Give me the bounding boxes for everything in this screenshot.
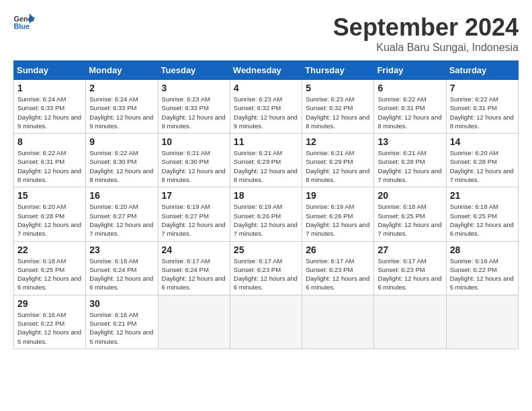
day-info: Sunrise: 6:24 AMSunset: 6:33 PMDaylight:… [17, 95, 82, 130]
calendar-cell: 22Sunrise: 6:18 AMSunset: 6:25 PMDayligh… [14, 241, 86, 295]
day-info: Sunrise: 6:19 AMSunset: 6:26 PMDaylight:… [306, 202, 370, 238]
day-info: Sunrise: 6:18 AMSunset: 6:25 PMDaylight:… [450, 202, 515, 238]
calendar-cell: 14Sunrise: 6:20 AMSunset: 6:28 PMDayligh… [446, 134, 518, 187]
calendar-cell: 21Sunrise: 6:18 AMSunset: 6:25 PMDayligh… [446, 187, 518, 241]
day-info: Sunrise: 6:20 AMSunset: 6:27 PMDaylight:… [89, 202, 154, 238]
calendar-cell: 24Sunrise: 6:17 AMSunset: 6:24 PMDayligh… [158, 241, 230, 295]
calendar-cell [158, 295, 230, 349]
location-title: Kuala Baru Sungai, Indonesia [333, 42, 519, 54]
calendar-cell: 10Sunrise: 6:21 AMSunset: 6:30 PMDayligh… [158, 134, 230, 187]
calendar-cell: 11Sunrise: 6:21 AMSunset: 6:29 PMDayligh… [230, 134, 302, 187]
calendar-cell: 28Sunrise: 6:16 AMSunset: 6:22 PMDayligh… [446, 241, 518, 295]
calendar-row: 15Sunrise: 6:20 AMSunset: 6:28 PMDayligh… [14, 187, 519, 241]
day-number: 1 [17, 83, 82, 93]
day-info: Sunrise: 6:21 AMSunset: 6:30 PMDaylight:… [162, 148, 226, 184]
calendar-cell: 18Sunrise: 6:19 AMSunset: 6:26 PMDayligh… [230, 187, 302, 241]
day-number: 9 [89, 136, 154, 147]
calendar-cell: 4Sunrise: 6:23 AMSunset: 6:32 PMDaylight… [230, 80, 302, 134]
header-saturday: Saturday [446, 61, 518, 80]
day-number: 23 [89, 244, 154, 255]
day-info: Sunrise: 6:16 AMSunset: 6:22 PMDaylight:… [17, 310, 82, 346]
day-info: Sunrise: 6:23 AMSunset: 6:33 PMDaylight:… [162, 95, 226, 130]
day-info: Sunrise: 6:21 AMSunset: 6:28 PMDaylight:… [378, 148, 442, 184]
day-number: 25 [234, 244, 298, 255]
calendar-cell: 7Sunrise: 6:22 AMSunset: 6:31 PMDaylight… [446, 80, 518, 134]
day-info: Sunrise: 6:21 AMSunset: 6:29 PMDaylight:… [234, 148, 298, 184]
day-info: Sunrise: 6:18 AMSunset: 6:24 PMDaylight:… [89, 257, 154, 292]
day-number: 4 [234, 83, 298, 93]
day-info: Sunrise: 6:22 AMSunset: 6:31 PMDaylight:… [17, 148, 82, 184]
day-info: Sunrise: 6:22 AMSunset: 6:31 PMDaylight:… [450, 95, 515, 130]
calendar-cell: 6Sunrise: 6:22 AMSunset: 6:31 PMDaylight… [374, 80, 446, 134]
day-info: Sunrise: 6:18 AMSunset: 6:25 PMDaylight:… [378, 202, 442, 238]
day-info: Sunrise: 6:16 AMSunset: 6:22 PMDaylight:… [450, 257, 515, 292]
day-number: 15 [17, 190, 82, 201]
day-number: 26 [306, 244, 370, 255]
day-number: 28 [450, 244, 515, 255]
day-number: 14 [450, 136, 515, 147]
calendar-cell: 9Sunrise: 6:22 AMSunset: 6:30 PMDaylight… [86, 134, 158, 187]
day-number: 13 [378, 136, 442, 147]
day-number: 22 [17, 244, 82, 255]
calendar-cell: 1Sunrise: 6:24 AMSunset: 6:33 PMDaylight… [14, 80, 86, 134]
calendar-cell: 27Sunrise: 6:17 AMSunset: 6:23 PMDayligh… [374, 241, 446, 295]
header-tuesday: Tuesday [158, 61, 230, 80]
day-number: 16 [89, 190, 154, 201]
calendar-cell: 15Sunrise: 6:20 AMSunset: 6:28 PMDayligh… [14, 187, 86, 241]
calendar-row: 29Sunrise: 6:16 AMSunset: 6:22 PMDayligh… [14, 295, 519, 349]
day-number: 17 [162, 190, 226, 201]
day-info: Sunrise: 6:20 AMSunset: 6:28 PMDaylight:… [17, 202, 82, 238]
day-info: Sunrise: 6:17 AMSunset: 6:23 PMDaylight:… [378, 257, 442, 292]
calendar-cell: 8Sunrise: 6:22 AMSunset: 6:31 PMDaylight… [14, 134, 86, 187]
calendar-row: 22Sunrise: 6:18 AMSunset: 6:25 PMDayligh… [14, 241, 519, 295]
header: General Blue September 2024 Kuala Baru S… [13, 13, 519, 54]
day-number: 8 [17, 136, 82, 147]
calendar-cell: 13Sunrise: 6:21 AMSunset: 6:28 PMDayligh… [374, 134, 446, 187]
day-number: 29 [17, 298, 82, 309]
calendar-cell [446, 295, 518, 349]
day-number: 7 [450, 83, 515, 93]
day-number: 21 [450, 190, 515, 201]
calendar-cell: 25Sunrise: 6:17 AMSunset: 6:23 PMDayligh… [230, 241, 302, 295]
day-info: Sunrise: 6:17 AMSunset: 6:23 PMDaylight:… [306, 257, 370, 292]
calendar-cell: 12Sunrise: 6:21 AMSunset: 6:29 PMDayligh… [302, 134, 374, 187]
day-number: 18 [234, 190, 298, 201]
day-number: 12 [306, 136, 370, 147]
calendar-cell [302, 295, 374, 349]
calendar-cell: 29Sunrise: 6:16 AMSunset: 6:22 PMDayligh… [14, 295, 86, 349]
calendar-cell: 19Sunrise: 6:19 AMSunset: 6:26 PMDayligh… [302, 187, 374, 241]
calendar-header-row: Sunday Monday Tuesday Wednesday Thursday… [14, 61, 519, 80]
calendar-row: 1Sunrise: 6:24 AMSunset: 6:33 PMDaylight… [14, 80, 519, 134]
calendar-cell: 17Sunrise: 6:19 AMSunset: 6:27 PMDayligh… [158, 187, 230, 241]
calendar-cell: 23Sunrise: 6:18 AMSunset: 6:24 PMDayligh… [86, 241, 158, 295]
header-friday: Friday [374, 61, 446, 80]
calendar-cell: 30Sunrise: 6:16 AMSunset: 6:21 PMDayligh… [86, 295, 158, 349]
calendar-cell [374, 295, 446, 349]
header-wednesday: Wednesday [230, 61, 302, 80]
day-number: 27 [378, 244, 442, 255]
month-title: September 2024 [333, 13, 519, 42]
header-monday: Monday [86, 61, 158, 80]
day-info: Sunrise: 6:22 AMSunset: 6:30 PMDaylight:… [89, 148, 154, 184]
calendar-table: Sunday Monday Tuesday Wednesday Thursday… [13, 60, 519, 349]
day-info: Sunrise: 6:18 AMSunset: 6:25 PMDaylight:… [17, 257, 82, 292]
logo-icon: General Blue [13, 13, 35, 32]
day-info: Sunrise: 6:24 AMSunset: 6:33 PMDaylight:… [89, 95, 154, 130]
calendar-body: 1Sunrise: 6:24 AMSunset: 6:33 PMDaylight… [14, 80, 519, 349]
day-number: 24 [162, 244, 226, 255]
day-info: Sunrise: 6:17 AMSunset: 6:23 PMDaylight:… [234, 257, 298, 292]
day-number: 10 [162, 136, 226, 147]
calendar-cell: 3Sunrise: 6:23 AMSunset: 6:33 PMDaylight… [158, 80, 230, 134]
calendar-cell [230, 295, 302, 349]
title-area: September 2024 Kuala Baru Sungai, Indone… [333, 13, 519, 54]
calendar-row: 8Sunrise: 6:22 AMSunset: 6:31 PMDaylight… [14, 134, 519, 187]
calendar-cell: 5Sunrise: 6:23 AMSunset: 6:32 PMDaylight… [302, 80, 374, 134]
day-number: 19 [306, 190, 370, 201]
day-info: Sunrise: 6:21 AMSunset: 6:29 PMDaylight:… [306, 148, 370, 184]
day-number: 11 [234, 136, 298, 147]
day-number: 6 [378, 83, 442, 93]
day-info: Sunrise: 6:19 AMSunset: 6:27 PMDaylight:… [162, 202, 226, 238]
day-info: Sunrise: 6:17 AMSunset: 6:24 PMDaylight:… [162, 257, 226, 292]
day-info: Sunrise: 6:20 AMSunset: 6:28 PMDaylight:… [450, 148, 515, 184]
day-info: Sunrise: 6:23 AMSunset: 6:32 PMDaylight:… [306, 95, 370, 130]
